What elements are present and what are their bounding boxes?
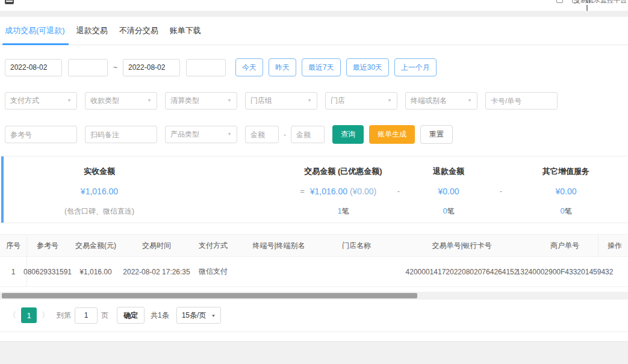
summary-received-note: (包含口碑、微信直连) xyxy=(12,206,187,217)
col-header-reference: 参考号 xyxy=(27,241,68,251)
reference-no-input[interactable] xyxy=(5,126,77,143)
quick-lastmonth-button[interactable]: 上一个月 xyxy=(394,58,437,76)
total-count-label: 共1条 xyxy=(151,310,169,321)
chevron-down-icon: ▼ xyxy=(227,132,232,137)
settle-type-select[interactable]: 清算类型▼ xyxy=(165,92,237,110)
chevron-down-icon: ▼ xyxy=(147,99,152,103)
date-range-separator: ~ xyxy=(113,63,117,72)
table-row[interactable]: 1 080629331591 ¥1,016.00 2022-08-02 17:2… xyxy=(0,257,628,287)
quick-yesterday-button[interactable]: 昨天 xyxy=(269,58,296,76)
receive-type-select[interactable]: 收款类型▼ xyxy=(85,92,157,110)
goto-unit-label: 页 xyxy=(101,310,108,321)
goto-label: 到第 xyxy=(57,310,71,321)
tab-bill-download[interactable]: 账单下载 xyxy=(170,17,201,45)
scrollbar-thumb[interactable] xyxy=(2,293,417,298)
reset-button[interactable]: 重置 xyxy=(420,125,453,144)
cell-trade-no: 4200001417202208020764264152 xyxy=(392,268,532,276)
bill-generate-button[interactable]: 账单生成 xyxy=(369,125,415,144)
card-no-input[interactable] xyxy=(485,92,558,110)
header-divider xyxy=(0,11,628,17)
summary-panel: 实收金额 ¥1,016.00 (包含口碑、微信直连) = 交易金额 (已优惠金额… xyxy=(0,156,628,223)
summary-other-services: 其它增值服务 ¥0.00 0笔 xyxy=(509,156,623,217)
search-button[interactable]: 查询 xyxy=(332,125,364,144)
current-page-button[interactable]: 1 xyxy=(21,307,37,323)
cell-paymethod: 微信支付 xyxy=(190,267,237,277)
filter-row-selects: 支付方式▼ 收款类型▼ 清算类型▼ 门店组▼ 门店▼ 终端或别名▼ xyxy=(5,92,623,110)
summary-transaction-amount: 交易金额 (已优惠金额) ¥1,016.00 (¥0.00) 1笔 xyxy=(277,156,409,217)
quick-today-button[interactable]: 今天 xyxy=(235,58,263,76)
summary-accent-bar xyxy=(1,156,4,223)
goto-page-input[interactable] xyxy=(75,307,98,324)
prev-page-icon[interactable]: 〈 xyxy=(5,310,20,321)
chevron-down-icon: ▼ xyxy=(211,313,216,317)
chevron-down-icon: ▼ xyxy=(227,99,232,103)
store-select[interactable]: 门店▼ xyxy=(325,92,397,110)
summary-refund-amount: 退款金额 ¥0.00 0笔 xyxy=(394,156,503,217)
cell-amount: ¥1,016.00 xyxy=(68,268,123,276)
pagination: 〈 1 〉 到第 页 确定 共1条 15条/页 ▼ xyxy=(5,307,628,324)
table-header-row: 序号 参考号 交易金额(元) 交易时间 支付方式 终端号|终端别名 门店名称 交… xyxy=(0,234,628,257)
amount-separator: - xyxy=(284,131,286,139)
col-header-paymethod: 支付方式 xyxy=(190,241,237,251)
tab-refund[interactable]: 退款交易 xyxy=(76,17,108,45)
page-footer xyxy=(0,341,628,364)
main-card: 成功交易(可退款) 退款交易 不清分交易 账单下载 ~ 今天 昨天 最近7天 最… xyxy=(0,17,628,341)
tab-success-refundable[interactable]: 成功交易(可退款) xyxy=(5,17,65,45)
top-app-bar: 交易流水监控平台 xyxy=(0,0,628,11)
start-date-input[interactable] xyxy=(5,59,62,76)
menu-hamburger-icon[interactable] xyxy=(5,0,14,4)
discount-amount: (¥0.00) xyxy=(350,187,376,196)
chevron-down-icon: ▼ xyxy=(67,99,72,103)
quick-7days-button[interactable]: 最近7天 xyxy=(302,58,341,76)
scan-memo-input[interactable] xyxy=(85,126,157,143)
goto-confirm-button[interactable]: 确定 xyxy=(117,307,145,324)
amount-max-input[interactable] xyxy=(291,126,325,143)
quick-30days-button[interactable]: 最近30天 xyxy=(346,58,389,76)
summary-minus-separator: - xyxy=(495,187,507,196)
cell-merchant-no: 13240002900F433201459432 xyxy=(532,268,598,276)
filter-row-date: ~ 今天 昨天 最近7天 最近30天 上一个月 xyxy=(5,58,623,76)
horizontal-scrollbar[interactable] xyxy=(0,292,628,300)
end-date-input[interactable] xyxy=(123,59,180,76)
filter-panel: ~ 今天 昨天 最近7天 最近30天 上一个月 支付方式▼ 收款类型▼ 清算类型… xyxy=(0,45,628,144)
chevron-down-icon: ▼ xyxy=(307,99,312,103)
cell-time: 2022-08-02 17:26:35 xyxy=(123,268,190,276)
next-page-icon[interactable]: 〉 xyxy=(38,310,53,321)
col-header-index: 序号 xyxy=(0,235,27,256)
filter-row-actions: 产品类型▼ - 查询 账单生成 重置 xyxy=(5,125,623,144)
page-size-select[interactable]: 15条/页 ▼ xyxy=(176,307,222,324)
col-header-terminal: 终端号|终端别名 xyxy=(237,241,321,251)
col-header-store: 门店名称 xyxy=(321,241,392,251)
col-header-time: 交易时间 xyxy=(123,241,190,251)
clipped-title-text: 交易流水监控平台 xyxy=(574,0,627,5)
col-header-amount: 交易金额(元) xyxy=(68,241,123,251)
end-time-input[interactable] xyxy=(186,59,226,76)
col-header-actions: 操作 xyxy=(598,235,628,256)
announcement-icon[interactable] xyxy=(556,0,563,3)
chevron-down-icon: ▼ xyxy=(387,99,392,103)
store-group-select[interactable]: 门店组▼ xyxy=(245,92,317,110)
cell-reference: 080629331591 xyxy=(27,268,68,276)
tab-unsettled[interactable]: 不清分交易 xyxy=(119,17,158,45)
col-header-trade-no: 交易单号|银行卡号 xyxy=(392,241,532,251)
summary-received-amount: 实收金额 ¥1,016.00 (包含口碑、微信直连) xyxy=(12,156,187,217)
tab-bar: 成功交易(可退款) 退款交易 不清分交易 账单下载 xyxy=(0,17,628,45)
terminal-alias-select[interactable]: 终端或别名▼ xyxy=(405,92,477,110)
col-header-merchant-no: 商户单号 xyxy=(532,241,598,251)
card-bottom-divider xyxy=(0,332,628,341)
amount-min-input[interactable] xyxy=(245,126,279,143)
start-time-input[interactable] xyxy=(68,59,108,76)
chevron-down-icon: ▼ xyxy=(467,99,472,103)
pay-method-select[interactable]: 支付方式▼ xyxy=(5,92,77,110)
transactions-table: 序号 参考号 交易金额(元) 交易时间 支付方式 终端号|终端别名 门店名称 交… xyxy=(0,234,628,287)
product-type-select[interactable]: 产品类型▼ xyxy=(165,126,237,143)
